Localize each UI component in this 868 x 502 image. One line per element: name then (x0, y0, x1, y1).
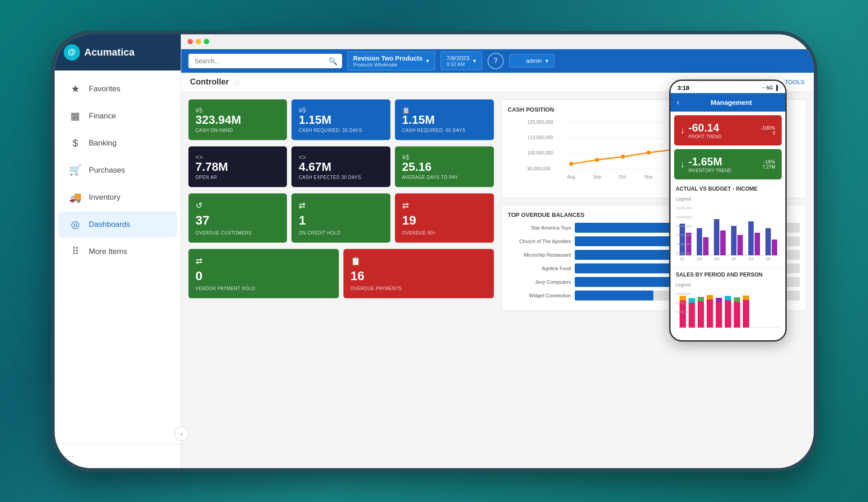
chevron-down-icon: ▾ (426, 57, 429, 64)
svg-point-9 (595, 158, 599, 162)
kpi-cash-expected[interactable]: <> 4.67M CASH EXPECTED 30 DAYS (291, 146, 390, 187)
mobile-kpi-inventory[interactable]: ↓ -1.65M INVENTORY TREND -19% 7.27M (674, 149, 782, 179)
sidebar-logo: @ Acumatica (55, 34, 181, 70)
tools-button[interactable]: TOOLS (785, 79, 805, 85)
mobile-chart1-area: Legend Q1 Q4 Q3 Q (671, 194, 785, 267)
mobile-inventory-value: -1.65M (689, 155, 732, 168)
sidebar-item-banking[interactable]: $ Banking (58, 130, 177, 156)
svg-rect-63 (734, 297, 740, 302)
svg-text:Q1: Q1 (680, 257, 685, 261)
grid-icon: ▦ (69, 110, 82, 122)
kpi-cash-req-60-value: 1.15M (402, 114, 487, 126)
ar-credit-label: ON CREDIT HOLD (299, 230, 383, 235)
svg-rect-56 (707, 300, 713, 328)
favorite-star-icon[interactable]: ☆ (234, 77, 241, 87)
sidebar-item-purchases[interactable]: 🛒 Purchases (58, 157, 177, 183)
kpi-row-1: ¥$ 323.94M CASH ON-HAND ¥$ 1.15M CASH RE… (188, 99, 494, 140)
svg-text:5,000,000: 5,000,000 (676, 310, 690, 314)
kpi-cash-on-hand-label: CASH ON-HAND (196, 128, 280, 133)
kpi-open-ar[interactable]: <> 7.78M OPEN AR (188, 146, 287, 187)
kpi-cash-on-hand[interactable]: ¥$ 323.94M CASH ON-HAND (188, 99, 287, 140)
kpi-open-ar-value: 7.78M (196, 161, 280, 173)
kpi-cash-required-60[interactable]: 📋 1.15M CASH REQUIRED: 60 DAYS (395, 99, 494, 140)
sidebar-label-more: More Items (89, 247, 127, 256)
svg-rect-27 (697, 228, 702, 255)
mobile-back-icon[interactable]: ‹ (677, 98, 680, 107)
sidebar-item-inventory[interactable]: 🚚 Inventory (58, 184, 177, 211)
chrome-maximize (204, 39, 209, 44)
user-button[interactable]: 👤 admin ▾ (509, 54, 554, 67)
svg-rect-65 (743, 296, 749, 300)
truck-icon: 🚚 (69, 192, 82, 203)
sidebar-item-favorites[interactable]: ★ Favorites (58, 76, 177, 102)
chevron-down-icon-user: ▾ (545, 57, 549, 64)
payment-hold[interactable]: ⇄ 0 VENDOR PAYMENT HOLD (188, 249, 339, 298)
code-icon-1: <> (196, 154, 203, 161)
kpi-avg-days-value: 25.16 (402, 161, 487, 173)
sidebar-nav: ★ Favorites ▦ Finance $ Banking 🛒 Purcha… (55, 70, 181, 444)
down-arrow-icon-2: ↓ (680, 159, 685, 169)
svg-text:Q3: Q3 (714, 257, 719, 261)
ar-overdue-value: 37 (196, 213, 280, 228)
question-icon: ? (493, 57, 497, 65)
help-button[interactable]: ? (488, 53, 504, 69)
sidebar-bottom: ··· (55, 444, 181, 468)
kpi-row-2: <> 7.78M OPEN AR <> 4.67M CASH EXPECTED … (188, 146, 494, 187)
sidebar: @ Acumatica ★ Favorites ▦ Finance $ Bank… (55, 34, 181, 468)
svg-text:90,000,000: 90,000,000 (527, 166, 551, 171)
payment-hold-label: VENDOR PAYMENT HOLD (196, 286, 332, 291)
svg-rect-60 (725, 300, 731, 328)
refresh-icon: ↺ (196, 201, 280, 211)
company-selector[interactable]: Revision Two Products Products Wholesale… (347, 52, 436, 70)
down-arrow-icon-1: ↓ (680, 125, 685, 136)
device-frame: @ Acumatica ★ Favorites ▦ Finance $ Bank… (55, 34, 814, 468)
svg-point-8 (569, 162, 573, 166)
mobile-profit-value: -60.14 (689, 122, 722, 134)
kpi-cash-req-30-label: CASH REQUIRED: 30 DAYS (299, 128, 383, 133)
mobile-nav: ‹ Management (671, 93, 785, 112)
overdue-payments[interactable]: 📋 16 OVERDUE PAYMENTS (343, 249, 494, 298)
ar-90-label: OVERDUE 90+ (402, 230, 487, 235)
svg-rect-35 (765, 228, 771, 255)
ar-overdue-customers[interactable]: ↺ 37 OVERDUE CUSTOMERS (188, 193, 287, 243)
sidebar-item-dashboards[interactable]: ◎ Dashboards (58, 211, 177, 238)
dashboard-icon: ◎ (69, 219, 82, 230)
time-value: 9:32 AM (446, 61, 469, 67)
svg-text:Q4: Q4 (765, 257, 770, 261)
star-icon: ★ (69, 83, 82, 95)
svg-text:Sep: Sep (593, 174, 601, 179)
mobile-overlay: 3:18 ·· 5G ▐ ‹ Management ↓ -60.14 PROFI… (669, 80, 787, 342)
ar-overdue-90[interactable]: ⇄ 19 OVERDUE 90+ (395, 193, 494, 243)
sidebar-item-more[interactable]: ⠿ More Items (58, 239, 177, 265)
svg-rect-32 (737, 235, 743, 255)
svg-text:110,000,000: 110,000,000 (527, 135, 553, 140)
kpi-avg-days[interactable]: ¥$ 25.16 AVERAGE DAYS TO PAY (395, 146, 494, 187)
svg-rect-31 (731, 226, 737, 255)
svg-rect-57 (707, 295, 713, 300)
user-label: admin (526, 57, 542, 64)
currency-icon-2: ¥$ (299, 107, 306, 114)
ar-90-value: 19 (402, 213, 487, 228)
search-input[interactable] (188, 54, 342, 68)
mobile-profit-label: PROFIT TREND (689, 134, 722, 139)
sidebar-item-finance[interactable]: ▦ Finance (58, 103, 177, 129)
clipboard-icon: 📋 (351, 256, 487, 266)
bar-label-3: Microchip Restaurant (508, 252, 571, 258)
bar-fill-5 (575, 277, 683, 287)
search-icon: 🔍 (328, 56, 338, 65)
bar-label-6: Widget Connection (508, 293, 571, 298)
mobile-kpi-profit[interactable]: ↓ -60.14 PROFIT TREND -100% 0 (674, 115, 782, 145)
ar-row: ↺ 37 OVERDUE CUSTOMERS ⇄ 1 ON CREDIT HOL… (188, 193, 494, 243)
svg-text:8,000,000: 8,000,000 (676, 252, 690, 255)
svg-text:Aug: Aug (567, 174, 576, 179)
company-name: Revision Two Products (353, 55, 423, 62)
sidebar-label-inventory: Inventory (89, 193, 121, 202)
date-selector[interactable]: 7/8/2023 9:32 AM ▾ (441, 52, 482, 70)
kpi-cash-required-30[interactable]: ¥$ 1.15M CASH REQUIRED: 30 DAYS (291, 99, 390, 140)
mobile-inventory-badge: -19% 7.27M (763, 159, 775, 169)
ar-credit-hold[interactable]: ⇄ 1 ON CREDIT HOLD (291, 193, 390, 243)
svg-rect-59 (716, 298, 722, 302)
more-dots-icon[interactable]: ··· (66, 451, 75, 461)
svg-rect-50 (680, 300, 686, 328)
svg-rect-28 (703, 237, 708, 255)
